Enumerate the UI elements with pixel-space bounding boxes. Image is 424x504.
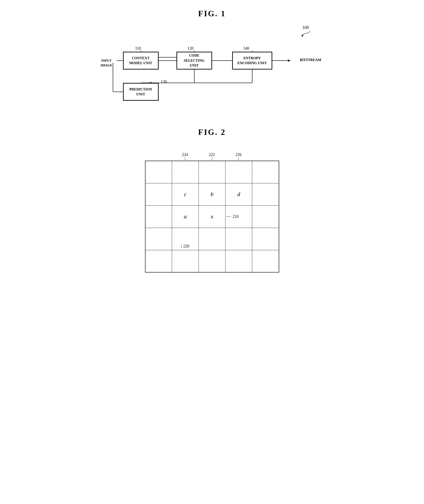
grid-cell-r4c3 [199,228,225,250]
label-130: 130 [161,80,167,84]
grid-cell-r1c1 [145,161,172,183]
grid-cell-r1c3 [199,161,225,183]
pixel-grid: c b d a x 210 [145,161,279,273]
entropy-encoding-box: ENTROPY ENCODING UNIT [232,52,272,69]
grid-cell-r1c5 [252,161,279,183]
context-model-box: CONTEXT MODEL UNIT [123,52,159,69]
grid-cell-r4c5 [252,228,279,250]
label-140: 140 [243,46,249,51]
svg-marker-8 [288,60,291,62]
svg-marker-0 [301,35,304,36]
grid-cell-r1c2 [172,161,199,183]
ref-220: 220 [181,244,189,249]
grid-cell-r5c5 [252,250,279,272]
grid-cell-r5c4 [225,250,252,272]
grid-cell-r2c5 [252,183,279,205]
squiggle-arrow [299,30,312,37]
grid-cell-r3c4 [225,205,252,228]
fig2-container: FIG. 2 224 222 226 [101,127,324,273]
fig1-title: FIG. 1 [198,9,226,18]
grid-cell-r4c1 [145,228,172,250]
fig1-diagram: 110 120 130 140 INPUT IMAGE CONTEXT MODE… [101,38,324,110]
grid-row-3: a x 210 [145,205,279,228]
ref-222: 222 [209,152,215,157]
fig1-container: 100 [101,25,324,110]
grid-cell-r4c2: 220 [172,228,199,250]
grid-cell-b: b [199,183,225,205]
prediction-box: PREDICTION UNIT [123,83,159,101]
label-120: 120 [187,46,194,51]
grid-cell-r2c1 [145,183,172,205]
grid-cell-r1c4 [225,161,252,183]
code-selecting-box: CODE SELECTING UNIT [176,52,212,69]
input-image-label: INPUT IMAGE [101,58,112,68]
grid-cell-r5c3 [199,250,225,272]
grid-row-1 [145,161,279,183]
grid-row-5 [145,250,279,272]
grid-cell-r4c4 [225,228,252,250]
ref-224: 224 [182,152,188,157]
grid-cell-r5c2 [172,250,199,272]
ref-100: 100 [302,25,309,30]
grid-row-2: c b d [145,183,279,205]
fig2-title: FIG. 2 [198,127,226,137]
grid-cell-d: d [225,183,252,205]
label-110: 110 [135,46,141,51]
grid-cell-r3c1 [145,205,172,228]
grid-cell-c: c [172,183,199,205]
ref-226: 226 [236,152,242,157]
grid-cell-x: x 210 [199,205,225,228]
grid-cell-a: a [172,205,199,228]
page-container: FIG. 1 100 [101,9,324,273]
grid-cell-r3c5 [252,205,279,228]
grid-cell-r5c1 [145,250,172,272]
grid-container: 224 222 226 [145,152,279,273]
grid-row-4: 220 [145,228,279,250]
bitstream-label: BITSTREAM [300,58,321,62]
